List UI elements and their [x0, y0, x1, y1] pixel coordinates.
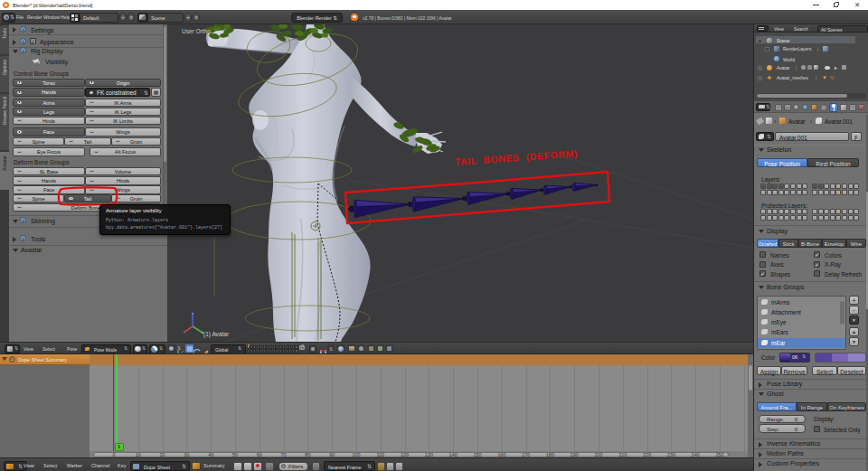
svg-text:(1) Avatar: (1) Avatar: [203, 331, 230, 338]
svg-text:User Ortho: User Ortho: [182, 28, 211, 34]
